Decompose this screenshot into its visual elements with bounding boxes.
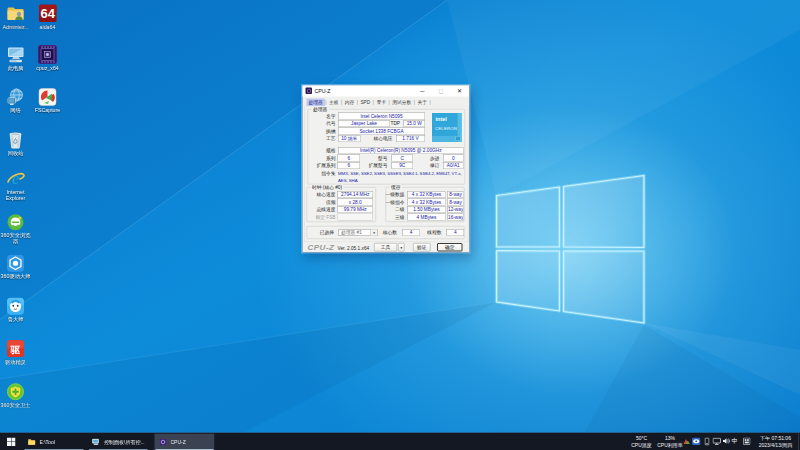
package-label: 插槽	[303, 128, 336, 135]
cpuz-x64-icon	[38, 45, 58, 64]
model-label: 型号	[355, 155, 388, 162]
bus-speed-label: 总线速度	[303, 206, 336, 213]
instructions-value: MMX, SSE, SSE2, SSE3, SSSE3, SSE4.1, SSE…	[338, 170, 464, 185]
windows-start-icon	[7, 438, 16, 447]
start-button[interactable]	[0, 434, 22, 450]
ludashi-icon	[7, 298, 25, 316]
revision-label: 修订	[407, 162, 440, 169]
control-panel-icon	[92, 438, 100, 445]
tab-about[interactable]: 关于	[415, 99, 429, 107]
taskbar-button-label: E:\Tool	[40, 439, 55, 445]
tray-ime-mode-icon[interactable]	[743, 438, 751, 446]
codename-label: 代号	[303, 120, 336, 127]
rated-fsb-value	[338, 214, 374, 221]
voltage-value: 1.716 V	[396, 135, 425, 142]
desktop-icon-360-driver-master[interactable]: 360驱动大师	[0, 255, 35, 280]
driver-genius-icon: 驱	[7, 340, 25, 358]
stepping-value: 0	[443, 155, 464, 162]
desktop-icon-ludashi[interactable]: 鲁大师	[0, 298, 35, 323]
desktop-icon-360-browser[interactable]: 360安全浏览器	[0, 214, 35, 245]
cpuz-tabstrip: 处理器| 主板| 内存| SPD| 显卡| 测试分数| 关于|	[307, 99, 432, 107]
desktop-icon-fscapture[interactable]: FSCapture	[29, 88, 67, 113]
name-value: Intel Celeron N5095	[338, 113, 425, 120]
taskbar-button-cpuz[interactable]: CPU-Z	[155, 434, 215, 450]
taskbar-button-explorer[interactable]: E:\Tool	[24, 434, 85, 450]
tray-cpu-temp[interactable]: 50°C CPU温度	[626, 435, 657, 448]
360-browser-icon	[7, 214, 25, 232]
tray-usb-icon[interactable]	[705, 438, 710, 446]
tray-monitor-graph-icon[interactable]	[683, 438, 691, 446]
desktop-icon-cpuz-x64[interactable]: cpuz_x64	[29, 45, 67, 71]
svg-text:64: 64	[41, 6, 56, 21]
folder-icon	[28, 439, 36, 446]
l1-inst-size: 4 x 32 KBytes	[408, 199, 446, 206]
cpuz-titlebar[interactable]: CPU-Z ─ ◻ ✕	[303, 86, 470, 97]
tray-cpu-usage[interactable]: 13% CPU利用率	[655, 435, 685, 448]
ext-model-label: 扩展型号	[355, 162, 388, 169]
tray-clock[interactable]: 下午 07:51:06 2023/4/13/周四	[754, 435, 797, 448]
desktop-icon-recycle-bin[interactable]: 回收站	[0, 131, 35, 156]
technology-label: 工艺	[303, 135, 336, 142]
tab-memory[interactable]: 内存	[343, 99, 357, 107]
tools-dropdown-button[interactable]: ▼	[398, 243, 405, 252]
desktop-icon-aida64[interactable]: 64 aida64	[29, 5, 67, 30]
spec-label: 规格	[303, 147, 336, 154]
l2-label: 二级	[372, 206, 405, 213]
package-value: Socket 1338 FCBGA	[338, 128, 425, 135]
tray-speaker-icon[interactable]	[723, 438, 731, 445]
technology-value: 10 纳米	[338, 135, 361, 142]
intel-brand-text: intel	[436, 116, 447, 122]
tab-spd[interactable]: SPD	[358, 99, 372, 106]
cpuz-footer-logo: CPU-Z	[308, 243, 335, 252]
cpu-temp-label: CPU温度	[626, 442, 657, 449]
family-label: 系列	[303, 155, 336, 162]
cache-group-title: 缓存	[390, 185, 403, 191]
tab-mainboard[interactable]: 主板	[327, 99, 341, 107]
tdp-value: 15.0 W	[404, 120, 426, 127]
tray-display-icon[interactable]	[713, 438, 722, 446]
cpuz-taskbar-icon	[160, 438, 167, 445]
selection-label: 已选择	[303, 229, 335, 236]
tray-ime-zh-icon[interactable]: 中	[732, 437, 739, 446]
tab-graphics[interactable]: 显卡	[374, 99, 388, 107]
spec-value: Intel(R) Celeron(R) N5095 @ 2.00GHz	[338, 147, 464, 154]
l3-assoc: 16-way	[448, 214, 464, 221]
svg-text:e: e	[12, 170, 19, 187]
cpuz-app-icon	[306, 88, 313, 95]
desktop-icon-driver-genius[interactable]: 驱 驱动精灵	[0, 340, 35, 365]
threads-label: 线程数	[409, 229, 442, 236]
desktop-icon-label: FSCapture	[29, 108, 67, 114]
tools-button[interactable]: 工具	[374, 243, 397, 252]
tray-360-eye-icon[interactable]	[692, 438, 701, 446]
taskbar: E:\Tool 控制面板\所有控... CPU-Z 50°C CPU温度	[0, 433, 800, 450]
l3-size: 4 MBytes	[408, 214, 446, 221]
instructions-label: 指令集	[303, 170, 336, 177]
close-button[interactable]: ✕	[452, 86, 467, 97]
rated-fsb-label: 额定 FSB	[303, 214, 336, 221]
validate-button[interactable]: 验证	[413, 243, 431, 252]
taskbar-button-label: CPU-Z	[171, 439, 186, 445]
multiplier-value: x 28.0	[338, 199, 374, 206]
clock-date: 2023/4/13/周四	[754, 442, 797, 449]
fscapture-icon	[38, 88, 57, 106]
desktop-icon-label: 360安全浏览器	[0, 233, 33, 245]
voltage-label: 核心电压	[360, 135, 393, 142]
taskbar-button-control-panel[interactable]: 控制面板\所有控...	[88, 434, 149, 450]
ext-family-label: 扩展系列	[303, 162, 336, 169]
ok-button[interactable]: 确定	[437, 243, 463, 252]
l1-inst-assoc: 8-way	[448, 199, 464, 206]
desktop-icon-label: Internet Explorer	[0, 190, 32, 202]
tdp-label: TDP	[376, 120, 401, 127]
tab-bench[interactable]: 测试分数	[390, 99, 413, 107]
desktop-icon-label: 360安全卫士	[0, 402, 35, 408]
l1-data-size: 4 x 32 KBytes	[408, 191, 446, 198]
desktop-icon-360-safe-guard[interactable]: 360安全卫士	[0, 383, 35, 408]
version-text: Ver. 2.05.1.x64	[338, 246, 370, 252]
tab-cpu[interactable]: 处理器	[307, 99, 325, 107]
this-pc-icon	[6, 46, 25, 64]
cpuz-window: CPU-Z ─ ◻ ✕ 处理器| 主板| 内存| SPD| 显卡| 测试分数| …	[302, 85, 470, 253]
desktop-icon-internet-explorer[interactable]: e Internet Explorer	[0, 170, 35, 201]
window-title: CPU-Z	[315, 88, 331, 94]
cpu-usage-label: CPU利用率	[655, 442, 685, 449]
minimize-button[interactable]: ─	[415, 86, 430, 97]
